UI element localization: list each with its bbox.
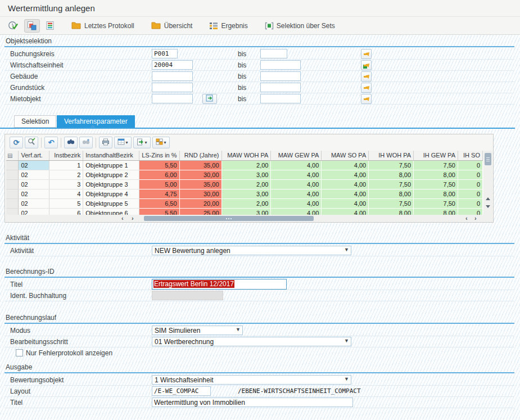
horizontal-scroll-thumb[interactable] [144, 216, 314, 221]
fehlerprotokoll-checkbox[interactable] [16, 349, 23, 356]
grid-column-header[interactable]: IH GEW PA [414, 151, 458, 160]
letztes-protokoll-button[interactable]: Letztes Protokoll [69, 19, 137, 33]
mietobjekt-bis-input[interactable] [260, 94, 301, 103]
buchungskreis-input[interactable] [152, 49, 178, 58]
grid-cell[interactable]: 3,00 [221, 189, 271, 198]
grid-column-header[interactable]: Verf.art. [19, 151, 49, 160]
layout-button[interactable]: ▾ [152, 137, 170, 148]
grid-cell[interactable]: 7,50 [369, 160, 414, 170]
tab-verfahrensparameter[interactable]: Verfahrensparameter [57, 115, 135, 128]
grid-cell[interactable]: 20,00 [179, 198, 221, 208]
bearbeitungsschritt-dropdown[interactable]: 01 Wertberechnung ▼ [152, 337, 351, 346]
modus-dropdown[interactable]: SIM Simulieren ▼ [152, 326, 243, 335]
grid-cell[interactable]: 25,00 [179, 208, 221, 215]
grid-row-selector[interactable] [6, 170, 19, 179]
grid-column-header[interactable]: RND (Jahre) [179, 151, 221, 160]
grid-column-header[interactable]: InstandhaltBezirk [83, 151, 139, 160]
grid-cell[interactable]: Objektgruppe 4 [83, 189, 139, 198]
multi-select-button[interactable] [361, 71, 372, 82]
wirtschaftseinheit-input[interactable] [152, 60, 193, 70]
refresh-button[interactable]: ⟳ [10, 137, 23, 148]
grid-cell[interactable]: 3,00 [221, 208, 271, 215]
grid-cell[interactable]: 4,75 [139, 189, 179, 198]
multi-select-button[interactable] [361, 83, 372, 93]
wirtschaftseinheit-bis-input[interactable] [260, 60, 301, 70]
grid-cell[interactable]: 0 [458, 198, 482, 208]
titel-input[interactable]: Ertragswert Berlin 12/2017 [152, 279, 287, 290]
grid-cell[interactable]: 4,00 [322, 208, 369, 215]
grid-cell[interactable]: 7,50 [414, 179, 458, 189]
grid-cell[interactable]: 0 [458, 179, 482, 189]
undo-button[interactable]: ↶ [44, 137, 58, 148]
grid-cell[interactable]: 02 [19, 208, 49, 215]
grid-cell[interactable]: 3 [49, 179, 83, 189]
grundstueck-bis-input[interactable] [260, 83, 301, 92]
grid-cell[interactable]: 30,00 [179, 170, 221, 179]
grid-cell[interactable]: 0 [458, 189, 482, 198]
scroll-down-icon[interactable] [486, 205, 490, 208]
grid-cell[interactable]: 5 [49, 198, 83, 208]
grid-cell[interactable]: 4,00 [271, 160, 322, 170]
grid-cell[interactable]: 02 [19, 198, 49, 208]
grid-column-header[interactable]: IH SO [458, 151, 482, 160]
grid-cell[interactable]: 4,00 [271, 208, 322, 215]
grid-cell[interactable]: 35,00 [179, 160, 221, 170]
grid-cell[interactable]: 8,00 [414, 170, 458, 179]
check-entries-button[interactable] [25, 137, 38, 148]
grid-cell[interactable]: 2,00 [221, 198, 271, 208]
multi-select-button[interactable] [361, 49, 372, 59]
bewertungsobjekt-dropdown[interactable]: 1 Wirtschaftseinheit ▼ [152, 375, 351, 385]
grid-row-selector[interactable] [6, 179, 19, 189]
grid-cell[interactable]: 4,00 [271, 198, 322, 208]
grid-cell[interactable]: 7,50 [414, 198, 458, 208]
grid-corner-icon[interactable]: ▤ [6, 151, 19, 160]
grid-cell[interactable]: 1 [49, 160, 83, 170]
grid-cell[interactable]: 4,00 [322, 189, 369, 198]
grid-cell[interactable]: 8,00 [369, 189, 414, 198]
grid-cell[interactable]: 30,00 [179, 189, 221, 198]
grid-cell[interactable]: 02 [19, 170, 49, 179]
grid-cell[interactable]: 6,50 [139, 198, 179, 208]
grid-cell[interactable]: 35,00 [179, 179, 221, 189]
gebaeude-bis-input[interactable] [260, 71, 301, 81]
mietobjekt-list-button[interactable] [202, 94, 217, 104]
gebaeude-input[interactable] [152, 71, 193, 81]
multi-select-active-button[interactable] [361, 60, 372, 70]
grid-cell[interactable]: 02 [19, 189, 49, 198]
tab-selektion[interactable]: Selektion [14, 115, 56, 128]
grid-cell[interactable]: Objektgruppe 2 [83, 170, 139, 179]
grid-cell[interactable]: 2,00 [221, 179, 271, 189]
aktivitaet-dropdown[interactable]: NEW Bewertung anlegen ▼ [152, 246, 351, 255]
grid-cell[interactable]: 8,00 [414, 208, 458, 215]
copy-settings-button[interactable] [24, 19, 40, 33]
buchungskreis-bis-input[interactable] [260, 49, 287, 58]
mietobjekt-input[interactable] [152, 94, 193, 103]
scroll-right-icon[interactable]: › [132, 215, 134, 222]
grid-cell[interactable]: 5,50 [139, 208, 179, 215]
scroll-right-icon[interactable]: › [474, 215, 477, 222]
grid-row-selector[interactable] [6, 208, 19, 215]
ausgabe-titel-input[interactable] [152, 398, 353, 407]
find-next-button[interactable] [79, 137, 93, 148]
vertical-scroll-thumb[interactable] [485, 153, 491, 165]
grid-cell[interactable]: 3,00 [221, 170, 271, 179]
grid-cell[interactable]: Objektgruppe 5 [83, 198, 139, 208]
grid-cell[interactable]: 4,00 [322, 170, 369, 179]
grid-row-selector[interactable] [6, 198, 19, 208]
grid-column-header[interactable]: MAW WOH PA [221, 151, 271, 160]
grid-cell[interactable]: 4,00 [322, 160, 369, 170]
grid-row-selector[interactable] [6, 189, 19, 198]
grid-row-selector[interactable] [6, 160, 19, 170]
scroll-up-icon[interactable] [486, 197, 490, 200]
export-button[interactable]: ▾ [133, 137, 151, 148]
ergebnis-button[interactable]: Ergebnis [207, 19, 250, 33]
grid-cell[interactable]: 7,50 [369, 179, 414, 189]
grid-cell[interactable]: 02 [19, 179, 49, 189]
grid-cell[interactable]: 6 [49, 208, 83, 215]
grid-cell[interactable]: 6,00 [139, 170, 179, 179]
views-button[interactable]: ▾ [114, 137, 132, 148]
scroll-left-icon[interactable]: ‹ [121, 215, 124, 222]
grid-column-header[interactable]: LS-Zins in % [139, 151, 179, 160]
grid-cell[interactable]: Objektgruppe 3 [83, 179, 139, 189]
grid-cell[interactable]: 2 [49, 170, 83, 179]
